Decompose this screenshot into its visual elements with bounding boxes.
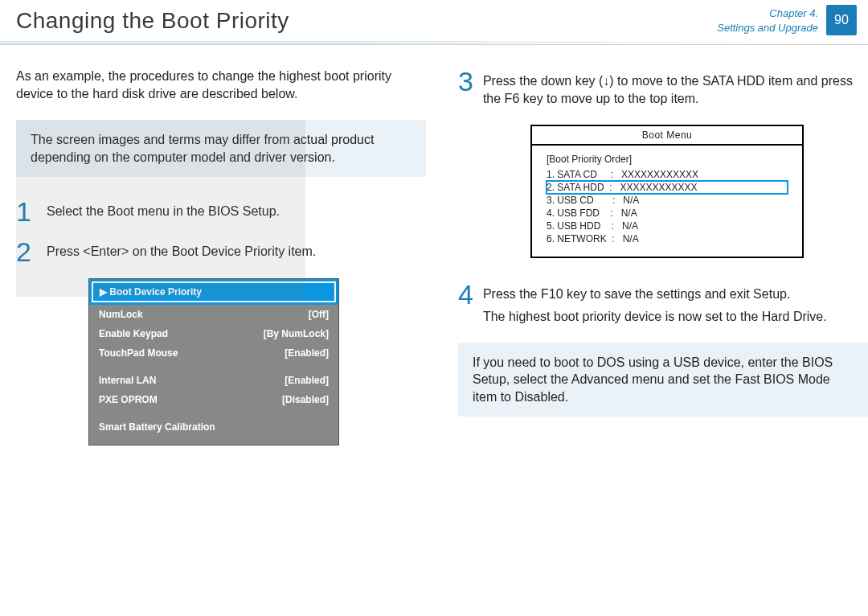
boot-menu-item: 1. SATA CD : XXXXXXXXXXXX: [547, 168, 788, 181]
step-2: 2 Press <Enter> on the Boot Device Prior…: [16, 238, 426, 265]
left-column: As an example, the procedures to change …: [16, 68, 426, 446]
right-column: 3 Press the down key (↓) to move to the …: [458, 68, 868, 446]
step-number-1: 1: [16, 198, 37, 225]
bios-footer-row: Smart Battery Calibration: [89, 417, 338, 437]
boot-menu-section-label: [Boot Priority Order]: [547, 154, 788, 165]
boot-menu-item: 5. USB HDD : N/A: [547, 220, 788, 232]
note-box-variance: The screen images and terms may differ f…: [16, 120, 426, 177]
step-1-text: Select the Boot menu in the BIOS Setup.: [47, 198, 280, 220]
bios-row: Enable Keypad[By NumLock]: [89, 324, 338, 343]
page-number-badge: 90: [826, 5, 857, 35]
step-3: 3 Press the down key (↓) to move to the …: [458, 68, 868, 109]
chapter-line-1: Chapter 4.: [769, 7, 818, 19]
boot-menu-item: 3. USB CD : N/A: [547, 194, 788, 207]
boot-menu-screenshot: Boot Menu [Boot Priority Order] 1. SATA …: [530, 125, 804, 258]
chapter-label: Chapter 4. Settings and Upgrade: [717, 6, 818, 35]
boot-menu-title: Boot Menu: [532, 126, 802, 146]
bios-row: TouchPad Mouse[Enabled]: [89, 343, 338, 363]
header-accent: [0, 41, 868, 44]
boot-menu-item: 4. USB FDD : N/A: [547, 207, 788, 220]
bios-selected-row: ▶ Boot Device Priority: [89, 279, 338, 305]
step-number-2: 2: [16, 238, 37, 265]
bios-screenshot-left: ▶ Boot Device Priority NumLock[Off]Enabl…: [88, 278, 339, 446]
boot-menu-item: 6. NETWORK : N/A: [547, 232, 788, 245]
boot-menu-item: 2. SATA HDD : XXXXXXXXXXXX: [547, 181, 788, 194]
step-1: 1 Select the Boot menu in the BIOS Setup…: [16, 198, 426, 225]
step-4: 4 Press the F10 key to save the settings…: [458, 281, 868, 326]
step-3-text: Press the down key (↓) to move to the SA…: [483, 68, 868, 109]
page-title: Changing the Boot Priority: [16, 8, 289, 34]
step-4-text: Press the F10 key to save the settings a…: [483, 281, 827, 326]
step-number-3: 3: [458, 68, 473, 95]
intro-paragraph: As an example, the procedures to change …: [16, 68, 426, 102]
page-header: Changing the Boot Priority Chapter 4. Se…: [0, 0, 868, 45]
step-number-4: 4: [458, 281, 473, 308]
bios-row: PXE OPROM[Disabled]: [89, 390, 338, 409]
bios-row: Internal LAN[Enabled]: [89, 371, 338, 390]
step-2-text: Press <Enter> on the Boot Device Priorit…: [47, 238, 316, 261]
bios-row: NumLock[Off]: [89, 305, 338, 324]
note-text: The screen images and terms may differ f…: [31, 133, 374, 164]
down-arrow-icon: (↓): [599, 74, 614, 88]
note-box-dos: If you need to boot to DOS using a USB d…: [458, 343, 868, 417]
chapter-line-2: Settings and Upgrade: [717, 22, 818, 34]
step-4-result: The highest boot priority device is now …: [483, 310, 827, 323]
